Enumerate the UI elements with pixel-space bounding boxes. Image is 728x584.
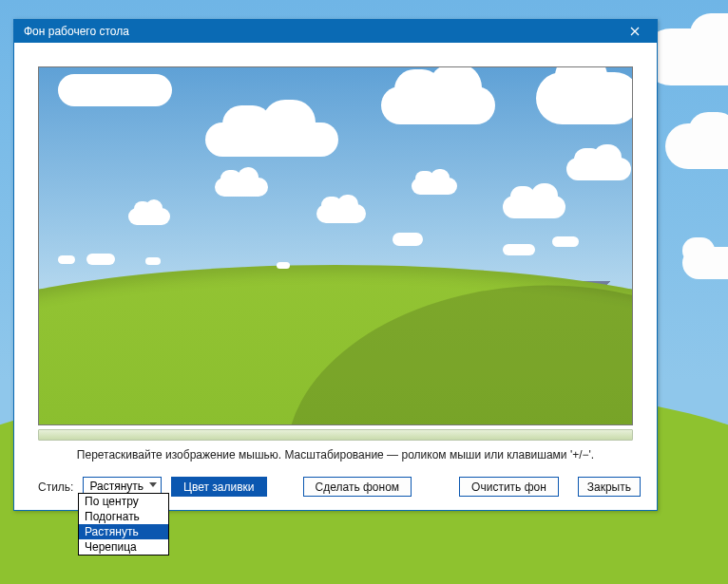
style-option-fit[interactable]: Подогнать bbox=[79, 509, 168, 524]
style-option-center[interactable]: По центру bbox=[79, 494, 168, 509]
style-select-value: Растянуть bbox=[89, 480, 144, 493]
style-option-stretch[interactable]: Растянуть bbox=[79, 524, 168, 539]
window-title: Фон рабочего стола bbox=[24, 25, 621, 38]
close-button[interactable]: Закрыть bbox=[578, 477, 641, 497]
clear-background-button[interactable]: Очистить фон bbox=[459, 477, 559, 497]
wallpaper-preview[interactable] bbox=[38, 66, 633, 425]
fill-color-button[interactable]: Цвет заливки bbox=[171, 477, 266, 497]
style-dropdown-list[interactable]: По центру Подогнать Растянуть Черепица bbox=[78, 493, 169, 556]
set-background-button[interactable]: Сделать фоном bbox=[303, 477, 412, 497]
titlebar[interactable]: Фон рабочего стола bbox=[14, 20, 657, 43]
style-label: Стиль: bbox=[38, 480, 73, 494]
wallpaper-dialog: Фон рабочего стола bbox=[13, 19, 658, 511]
hint-text: Перетаскивайте изображение мышью. Масшта… bbox=[38, 448, 633, 462]
style-option-tile[interactable]: Черепица bbox=[79, 539, 168, 555]
zoom-track[interactable] bbox=[38, 429, 633, 441]
chevron-down-icon bbox=[149, 482, 157, 487]
close-icon[interactable] bbox=[621, 22, 649, 41]
dialog-content: Перетаскивайте изображение мышью. Масшта… bbox=[14, 43, 657, 510]
